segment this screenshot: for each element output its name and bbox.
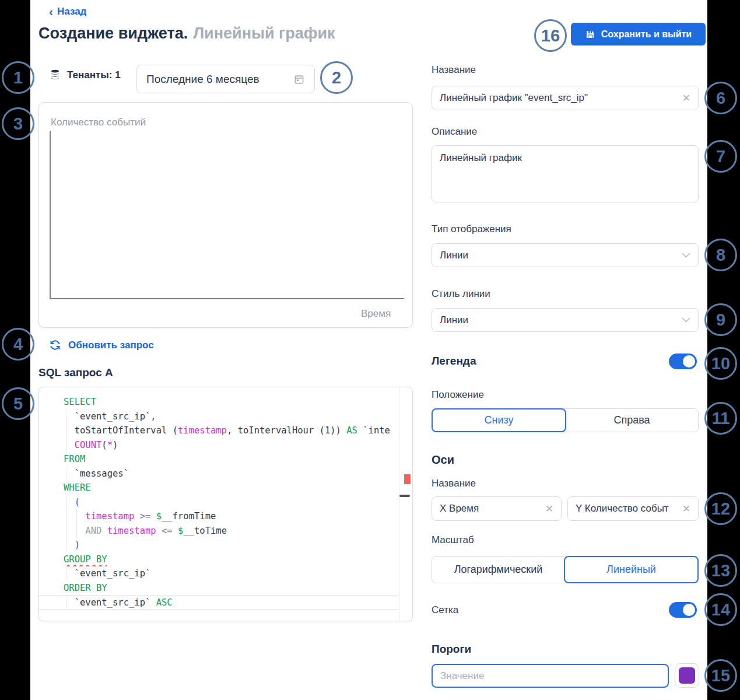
axis-y-value: Y Количество событ bbox=[576, 503, 669, 514]
name-label: Название bbox=[432, 64, 476, 76]
chevron-left-icon: ‹ bbox=[49, 6, 53, 16]
tenants-selector[interactable]: Тенанты: 1 bbox=[49, 69, 121, 81]
position-label: Положение bbox=[432, 389, 484, 401]
annotation-6: 6 bbox=[704, 82, 737, 114]
description-value: Линейный график bbox=[440, 152, 522, 163]
annotation-2: 2 bbox=[320, 61, 353, 94]
editor-gutter-divider bbox=[399, 387, 399, 621]
threshold-color-picker[interactable] bbox=[675, 663, 699, 688]
refresh-query-button[interactable]: Обновить запрос bbox=[49, 339, 154, 351]
code-line[interactable]: GROUP BY bbox=[39, 552, 399, 567]
legend-heading: Легенда bbox=[432, 355, 476, 368]
clear-icon[interactable]: ✕ bbox=[682, 503, 690, 515]
code-line[interactable]: `event_src_ip` bbox=[39, 566, 399, 581]
annotation-10: 10 bbox=[704, 347, 737, 380]
annotation-9: 9 bbox=[704, 303, 737, 336]
axis-y-name-input[interactable]: Y Количество событ ✕ bbox=[567, 496, 699, 521]
date-range-picker[interactable]: Последние 6 месяцев bbox=[136, 65, 315, 93]
code-line[interactable]: timestamp >= $__fromTime bbox=[39, 509, 399, 524]
annotation-1: 1 bbox=[2, 61, 34, 94]
annotation-15: 15 bbox=[704, 659, 737, 692]
error-overview-marker bbox=[404, 474, 411, 484]
threshold-color-swatch bbox=[679, 667, 695, 684]
sql-editor[interactable]: SELECT `event_src_ip`, toStartOfInterval… bbox=[38, 387, 413, 621]
tenants-label: Тенанты: 1 bbox=[67, 69, 121, 81]
date-range-value: Последние 6 месяцев bbox=[146, 73, 259, 86]
toggle-knob bbox=[682, 354, 696, 369]
annotation-5: 5 bbox=[2, 387, 34, 420]
annotation-4: 4 bbox=[2, 328, 34, 360]
code-line[interactable]: WHERE bbox=[39, 481, 399, 495]
refresh-query-label: Обновить запрос bbox=[68, 340, 154, 351]
legend-toggle[interactable] bbox=[669, 354, 697, 369]
save-and-exit-button[interactable]: Сохранить и выйти bbox=[571, 23, 706, 46]
chevron-down-icon bbox=[682, 253, 690, 258]
annotation-12: 12 bbox=[704, 492, 737, 525]
position-option-right[interactable]: Справа bbox=[566, 409, 698, 432]
line-style-value: Линии bbox=[440, 314, 468, 326]
threshold-value-input[interactable]: Значение bbox=[432, 664, 669, 688]
code-line[interactable]: SELECT bbox=[39, 395, 399, 410]
grid-label: Сетка bbox=[432, 604, 458, 616]
scale-label: Масштаб bbox=[432, 534, 474, 546]
code-line[interactable]: ( bbox=[39, 495, 399, 510]
scale-option-logarithmic[interactable]: Логарифмический bbox=[432, 556, 564, 583]
chevron-down-icon bbox=[682, 317, 690, 323]
annotation-11: 11 bbox=[704, 402, 737, 435]
code-line[interactable]: `event_src_ip`, bbox=[39, 410, 399, 424]
name-input[interactable]: Линейный график "event_src_ip" ✕ bbox=[432, 86, 699, 110]
scale-option-linear[interactable]: Линейный bbox=[564, 556, 699, 583]
clear-icon[interactable]: ✕ bbox=[545, 503, 553, 515]
annotation-8: 8 bbox=[704, 239, 737, 271]
calendar-icon bbox=[293, 74, 305, 85]
scrollbar-thumb[interactable] bbox=[399, 495, 410, 497]
display-type-label: Тип отображения bbox=[432, 223, 511, 235]
annotation-14: 14 bbox=[704, 593, 737, 626]
save-icon bbox=[585, 29, 595, 40]
chart-preview-panel: Количество событий Время bbox=[38, 102, 413, 328]
y-axis-line bbox=[50, 131, 51, 298]
grid-toggle[interactable] bbox=[669, 602, 697, 618]
thresholds-heading: Пороги bbox=[432, 643, 471, 656]
annotation-16: 16 bbox=[534, 19, 567, 52]
position-option-bottom[interactable]: Снизу bbox=[432, 408, 566, 432]
threshold-placeholder: Значение bbox=[440, 670, 484, 682]
name-value: Линейный график "event_src_ip" bbox=[440, 92, 588, 104]
code-line[interactable]: `event_src_ip` ASC bbox=[39, 595, 399, 610]
back-label: Назад bbox=[57, 6, 86, 18]
chart-y-axis-label: Количество событий bbox=[51, 117, 146, 128]
code-line[interactable]: COUNT(*) bbox=[39, 438, 399, 453]
display-type-select[interactable]: Линии bbox=[432, 243, 699, 267]
page-title: Создание виджета.Линейный график bbox=[38, 24, 335, 43]
annotation-7: 7 bbox=[704, 140, 737, 173]
description-textarea[interactable]: Линейный график bbox=[432, 145, 699, 202]
code-line[interactable]: AND timestamp <= $__toTime bbox=[39, 524, 399, 538]
code-line[interactable]: toStartOfInterval (timestamp, toInterval… bbox=[39, 424, 399, 438]
axis-x-name-input[interactable]: X Время ✕ bbox=[432, 496, 562, 521]
code-line[interactable]: ) bbox=[39, 538, 399, 552]
page-title-widget-type: Линейный график bbox=[193, 24, 335, 42]
back-link[interactable]: ‹ Назад bbox=[49, 6, 86, 18]
legend-position-segmented: Снизу Справа bbox=[432, 408, 699, 432]
clear-icon[interactable]: ✕ bbox=[682, 92, 690, 104]
chart-x-axis-label: Время bbox=[361, 308, 391, 320]
axes-heading: Оси bbox=[432, 453, 454, 467]
toggle-knob bbox=[682, 603, 696, 617]
line-style-label: Стиль линии bbox=[432, 288, 490, 300]
annotation-13: 13 bbox=[704, 554, 737, 587]
line-style-select[interactable]: Линии bbox=[432, 308, 699, 332]
axis-x-value: X Время bbox=[440, 503, 479, 514]
code-line[interactable]: `messages` bbox=[39, 467, 399, 481]
display-type-value: Линии bbox=[440, 250, 468, 261]
page-title-main: Создание виджета. bbox=[38, 24, 188, 42]
annotation-3: 3 bbox=[2, 107, 34, 140]
code-line[interactable]: FROM bbox=[39, 452, 399, 467]
code-line[interactable]: ORDER BY bbox=[39, 581, 399, 596]
x-axis-line bbox=[50, 298, 404, 299]
sql-code[interactable]: SELECT `event_src_ip`, toStartOfInterval… bbox=[39, 395, 399, 610]
axes-name-label: Название bbox=[432, 478, 476, 489]
scale-segmented: Логарифмический Линейный bbox=[432, 556, 699, 583]
description-label: Описание bbox=[432, 126, 477, 138]
save-button-label: Сохранить и выйти bbox=[601, 29, 692, 40]
database-icon bbox=[49, 69, 61, 81]
